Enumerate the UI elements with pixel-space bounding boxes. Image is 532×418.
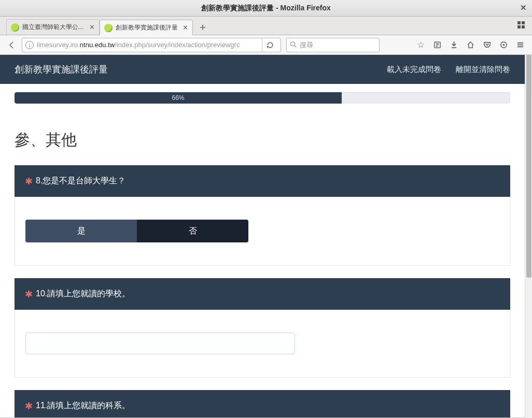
progress-label: 66% <box>172 94 184 102</box>
browser-tabs-bar: 國立臺灣師範大學公... ✕ 創新教學實施課後評量 ✕ ＋ <box>0 17 532 35</box>
question-header: ✱ 11.請填上您就讀的科系。 <box>15 390 510 418</box>
question-text: 10.請填上您就讀的學校。 <box>36 289 130 299</box>
browser-tab-2[interactable]: 創新教學實施課後評量 ✕ <box>100 20 193 35</box>
tab-label: 國立臺灣師範大學公... <box>22 23 86 32</box>
tab-close-button[interactable]: ✕ <box>89 23 95 31</box>
search-icon <box>290 41 297 49</box>
svg-rect-1 <box>522 21 525 24</box>
new-tab-button[interactable]: ＋ <box>196 20 209 34</box>
svg-point-4 <box>291 41 295 46</box>
pocket-button[interactable] <box>479 38 495 52</box>
page-content: 創新教學實施課後評量 載入未完成問卷 離開並清除問卷 66% 參、其他 ✱ 8.… <box>0 55 525 418</box>
home-button[interactable] <box>463 38 478 52</box>
search-input[interactable] <box>300 41 376 49</box>
survey-title: 創新教學實施課後評量 <box>15 63 108 76</box>
option-no-button[interactable]: 否 <box>137 220 248 242</box>
window-titlebar: 創新教學實施課後評量 - Mozilla Firefox ✕ <box>0 0 532 17</box>
required-asterisk-icon: ✱ <box>25 290 33 299</box>
forget-button[interactable] <box>496 38 511 52</box>
progress-track: 66% <box>15 92 510 104</box>
window-title: 創新教學實施課後評量 - Mozilla Firefox <box>201 4 331 13</box>
exit-clear-link[interactable]: 離開並清除問卷 <box>456 65 510 75</box>
downloads-button[interactable] <box>446 38 461 52</box>
load-incomplete-link[interactable]: 載入未完成問卷 <box>387 65 441 75</box>
question-block-q11: ✱ 11.請填上您就讀的科系。 <box>15 390 510 418</box>
tab-close-button[interactable]: ✕ <box>183 24 188 32</box>
reload-button[interactable] <box>262 38 277 52</box>
scrollbar-track[interactable] <box>525 55 532 418</box>
svg-rect-6 <box>451 47 456 48</box>
reading-list-button[interactable] <box>429 38 445 52</box>
required-asterisk-icon: ✱ <box>25 401 33 411</box>
progress-bar-container: 66% <box>0 84 525 104</box>
question-block-q10: ✱ 10.請填上您就讀的學校。 <box>15 278 510 378</box>
question-block-q8: ✱ 8.您是不是台師大學生？ 是 否 <box>15 165 510 266</box>
yesno-group: 是 否 <box>25 220 248 242</box>
section-heading: 參、其他 <box>0 104 525 165</box>
window-close-button[interactable]: ✕ <box>519 3 528 12</box>
limesurvey-favicon <box>104 24 113 32</box>
question-text: 11.請填上您就讀的科系。 <box>36 400 130 411</box>
menu-button[interactable] <box>512 38 528 52</box>
nav-toolbar: i limesurvey.iro.ntnu.edu.tw/index.php/s… <box>0 35 532 55</box>
svg-rect-2 <box>517 25 521 28</box>
question-text: 8.您是不是台師大學生？ <box>36 176 125 186</box>
survey-header: 創新教學實施課後評量 載入未完成問卷 離開並清除問卷 <box>0 55 525 84</box>
option-yes-button[interactable]: 是 <box>25 220 137 242</box>
page-viewport: 創新教學實施課後評量 載入未完成問卷 離開並清除問卷 66% 參、其他 ✱ 8.… <box>0 55 532 418</box>
browser-tab-1[interactable]: 國立臺灣師範大學公... ✕ <box>6 19 100 35</box>
site-info-icon[interactable]: i <box>25 41 34 49</box>
scrollbar-thumb[interactable] <box>526 55 531 278</box>
survey-nav-links: 載入未完成問卷 離開並清除問卷 <box>387 65 510 75</box>
svg-rect-0 <box>517 21 521 24</box>
url-bar[interactable]: i limesurvey.iro.ntnu.edu.tw/index.php/s… <box>22 38 281 52</box>
question-header: ✱ 10.請填上您就讀的學校。 <box>15 278 510 310</box>
toolbar-icons: ☆ <box>413 38 528 52</box>
url-text: limesurvey.iro.ntnu.edu.tw/index.php/sur… <box>37 41 260 49</box>
question-header: ✱ 8.您是不是台師大學生？ <box>15 165 510 197</box>
required-asterisk-icon: ✱ <box>25 177 33 186</box>
svg-rect-3 <box>522 25 525 28</box>
limesurvey-favicon <box>11 23 19 32</box>
tab-label: 創新教學實施課後評量 <box>116 23 179 32</box>
question-body <box>15 310 510 378</box>
search-bar[interactable] <box>286 38 380 52</box>
svg-point-8 <box>502 44 505 46</box>
back-button[interactable] <box>4 38 20 52</box>
all-tabs-button[interactable] <box>516 21 526 30</box>
bookmark-star-button[interactable]: ☆ <box>413 38 428 52</box>
progress-fill: 66% <box>15 92 342 104</box>
question-body: 是 否 <box>15 197 510 266</box>
school-input[interactable] <box>25 333 295 354</box>
